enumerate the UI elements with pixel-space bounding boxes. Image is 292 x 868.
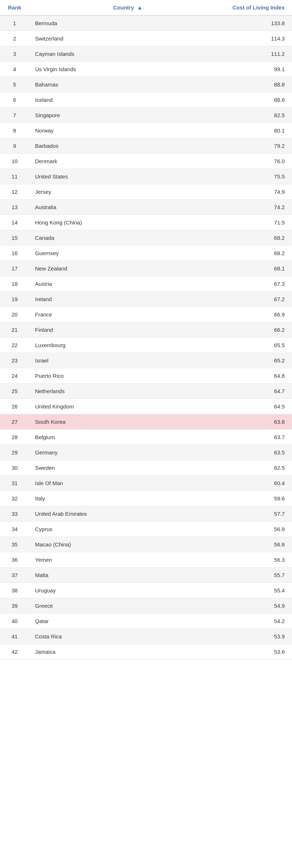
country-cell: Belgium <box>29 430 226 445</box>
cost-of-living-table: Rank Country ▲ Cost of Living Index 1Ber… <box>0 0 292 660</box>
rank-cell: 20 <box>0 307 29 322</box>
index-cell: 133.8 <box>226 15 292 31</box>
table-row: 27South Korea63.8 <box>0 414 292 430</box>
table-row: 2Switzerland114.3 <box>0 31 292 46</box>
rank-cell: 31 <box>0 476 29 491</box>
index-cell: 63.5 <box>226 445 292 460</box>
index-cell: 71.5 <box>226 215 292 230</box>
country-cell: Yemen <box>29 552 226 568</box>
rank-cell: 14 <box>0 215 29 230</box>
country-cell: Italy <box>29 491 226 506</box>
rank-cell: 2 <box>0 31 29 46</box>
table-row: 19Ireland67.2 <box>0 292 292 307</box>
table-row: 9Barbados79.2 <box>0 138 292 154</box>
rank-cell: 25 <box>0 384 29 399</box>
index-cell: 55.7 <box>226 568 292 583</box>
country-cell: France <box>29 307 226 322</box>
index-cell: 74.9 <box>226 184 292 200</box>
country-cell: Sweden <box>29 460 226 476</box>
table-header-row: Rank Country ▲ Cost of Living Index <box>0 0 292 15</box>
country-cell: Jamaica <box>29 644 226 660</box>
table-row: 37Malta55.7 <box>0 568 292 583</box>
table-row: 36Yemen56.3 <box>0 552 292 568</box>
table-row: 4Us Virgin Islands99.1 <box>0 62 292 77</box>
index-cell: 62.5 <box>226 460 292 476</box>
table-row: 13Australia74.2 <box>0 200 292 215</box>
table-row: 28Belgium63.7 <box>0 430 292 445</box>
index-cell: 66.2 <box>226 322 292 338</box>
country-cell: Barbados <box>29 138 226 154</box>
country-cell: Costa Rica <box>29 629 226 644</box>
rank-cell: 23 <box>0 353 29 368</box>
index-cell: 88.8 <box>226 77 292 92</box>
index-cell: 63.7 <box>226 430 292 445</box>
country-cell: Puerto Rico <box>29 368 226 384</box>
index-cell: 64.5 <box>226 399 292 414</box>
index-cell: 63.8 <box>226 414 292 430</box>
table-row: 26United Kingdom64.5 <box>0 399 292 414</box>
rank-cell: 19 <box>0 292 29 307</box>
index-header[interactable]: Cost of Living Index <box>226 0 292 15</box>
table-row: 42Jamaica53.6 <box>0 644 292 660</box>
rank-header[interactable]: Rank <box>0 0 29 15</box>
country-cell: United States <box>29 169 226 184</box>
table-row: 40Qatar54.2 <box>0 614 292 629</box>
table-row: 12Jersey74.9 <box>0 184 292 200</box>
rank-cell: 42 <box>0 644 29 660</box>
country-cell: Uruguay <box>29 583 226 598</box>
table-row: 32Italy59.6 <box>0 491 292 506</box>
rank-cell: 36 <box>0 552 29 568</box>
country-cell: Switzerland <box>29 31 226 46</box>
table-row: 24Puerto Rico64.8 <box>0 368 292 384</box>
index-cell: 111.2 <box>226 46 292 62</box>
rank-cell: 11 <box>0 169 29 184</box>
country-cell: Canada <box>29 230 226 246</box>
rank-cell: 12 <box>0 184 29 200</box>
country-cell: Finland <box>29 322 226 338</box>
index-cell: 67.3 <box>226 276 292 292</box>
rank-cell: 41 <box>0 629 29 644</box>
table-row: 33United Arab Emirates57.7 <box>0 506 292 522</box>
table-row: 30Sweden62.5 <box>0 460 292 476</box>
index-cell: 53.9 <box>226 629 292 644</box>
rank-cell: 38 <box>0 583 29 598</box>
index-cell: 56.9 <box>226 522 292 537</box>
table-row: 17New Zealand68.1 <box>0 261 292 276</box>
country-cell: Germany <box>29 445 226 460</box>
table-row: 8Norway80.1 <box>0 123 292 138</box>
index-cell: 80.1 <box>226 123 292 138</box>
rank-cell: 18 <box>0 276 29 292</box>
country-cell: Singapore <box>29 108 226 123</box>
table-row: 39Greece54.9 <box>0 598 292 614</box>
rank-cell: 29 <box>0 445 29 460</box>
country-header[interactable]: Country ▲ <box>29 0 226 15</box>
table-row: 29Germany63.5 <box>0 445 292 460</box>
rank-cell: 30 <box>0 460 29 476</box>
rank-cell: 21 <box>0 322 29 338</box>
table-row: 35Macao (China)56.8 <box>0 537 292 552</box>
index-cell: 74.2 <box>226 200 292 215</box>
rank-cell: 4 <box>0 62 29 77</box>
rank-cell: 32 <box>0 491 29 506</box>
rank-cell: 24 <box>0 368 29 384</box>
index-cell: 68.2 <box>226 230 292 246</box>
country-cell: Cayman Islands <box>29 46 226 62</box>
rank-cell: 35 <box>0 537 29 552</box>
rank-cell: 16 <box>0 246 29 261</box>
main-table-container: Rank Country ▲ Cost of Living Index 1Ber… <box>0 0 292 660</box>
table-row: 23Israel65.2 <box>0 353 292 368</box>
index-cell: 75.5 <box>226 169 292 184</box>
table-row: 11United States75.5 <box>0 169 292 184</box>
table-row: 38Uruguay55.4 <box>0 583 292 598</box>
country-cell: Jersey <box>29 184 226 200</box>
country-cell: Isle Of Man <box>29 476 226 491</box>
index-cell: 54.2 <box>226 614 292 629</box>
country-cell: Us Virgin Islands <box>29 62 226 77</box>
country-cell: Israel <box>29 353 226 368</box>
index-cell: 99.1 <box>226 62 292 77</box>
rank-cell: 7 <box>0 108 29 123</box>
country-cell: Iceland <box>29 92 226 108</box>
index-cell: 55.4 <box>226 583 292 598</box>
rank-cell: 1 <box>0 15 29 31</box>
index-cell: 57.7 <box>226 506 292 522</box>
